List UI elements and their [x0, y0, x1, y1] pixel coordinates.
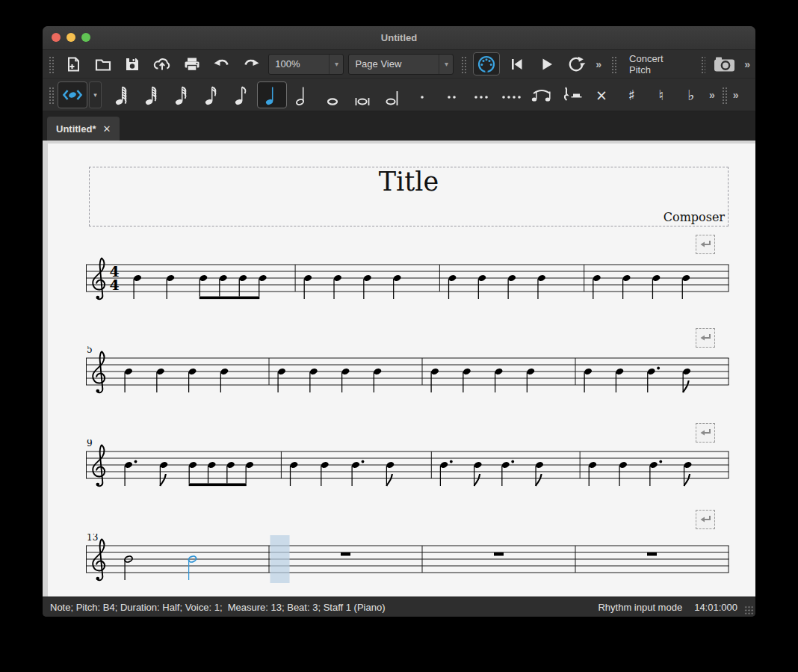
- minimize-window-button[interactable]: [66, 33, 75, 42]
- augmentation-dot-3-icon: [473, 84, 491, 105]
- rest-button[interactable]: [557, 82, 586, 108]
- staff-system-4[interactable]: 13: [86, 534, 730, 586]
- note-64th-button[interactable]: [137, 82, 166, 108]
- augmentation-dot-4-button[interactable]: [498, 82, 526, 108]
- note-32nd-button[interactable]: [167, 82, 196, 108]
- rewind-icon: [508, 55, 526, 73]
- rest-icon: [560, 84, 584, 105]
- play-button[interactable]: [534, 53, 560, 75]
- note-input-toolbar: ▾×♯♮♭»»: [43, 78, 755, 111]
- loop-playback-button[interactable]: [564, 53, 590, 75]
- note-input-dropdown[interactable]: ▾: [89, 81, 102, 108]
- concert-pitch-button[interactable]: Concert Pitch: [623, 53, 693, 75]
- svg-text:5: 5: [87, 346, 93, 355]
- flat-button[interactable]: ♭: [677, 82, 705, 108]
- toolbar-drag-handle[interactable]: [700, 55, 706, 73]
- score-page[interactable]: Title Composer 445913: [48, 144, 755, 597]
- svg-text:9: 9: [87, 440, 93, 448]
- title-frame[interactable]: Title Composer: [89, 167, 729, 226]
- note-16th-button[interactable]: [197, 82, 226, 108]
- double-sharp-button[interactable]: ×: [587, 82, 616, 108]
- score-title-text[interactable]: Title: [90, 167, 728, 197]
- view-mode-select[interactable]: Page View▾: [348, 54, 454, 75]
- note-half-button[interactable]: [288, 82, 317, 108]
- toolbar-overflow-chevron-icon[interactable]: »: [593, 58, 604, 70]
- print-icon: [182, 55, 202, 73]
- rewind-button[interactable]: [504, 53, 530, 75]
- tie-button[interactable]: [528, 82, 556, 108]
- snapshot-camera-button[interactable]: [712, 53, 737, 75]
- system-break-marker[interactable]: [696, 235, 715, 254]
- note-breve-button[interactable]: [348, 82, 377, 108]
- score-composer-text[interactable]: Composer: [664, 210, 725, 224]
- note-breve-icon: [353, 84, 371, 105]
- undo-button[interactable]: [209, 53, 235, 75]
- toolbar-overflow-chevron-icon[interactable]: »: [707, 89, 717, 101]
- close-window-button[interactable]: [52, 33, 61, 42]
- svg-text:13: 13: [87, 534, 98, 543]
- note-longa-icon: [383, 84, 401, 105]
- tab-bar: Untitled* ✕: [43, 111, 755, 141]
- note-64th-icon: [143, 84, 160, 105]
- natural-button[interactable]: ♮: [647, 82, 675, 108]
- note-longa-button[interactable]: [378, 82, 406, 108]
- augmentation-dot-2-button[interactable]: [438, 82, 466, 108]
- tab-untitled[interactable]: Untitled* ✕: [47, 117, 120, 141]
- open-file-button[interactable]: [90, 53, 116, 75]
- tab-label: Untitled*: [56, 123, 96, 135]
- toolbar-drag-handle[interactable]: [610, 55, 616, 73]
- toolbar-drag-handle[interactable]: [48, 86, 54, 104]
- note-input-mode-button[interactable]: [58, 81, 87, 108]
- status-input-mode: Rhythm input mode: [598, 602, 682, 613]
- tie-icon: [529, 84, 554, 105]
- open-file-icon: [94, 55, 112, 73]
- note-quarter-button[interactable]: [257, 81, 287, 108]
- resize-grip[interactable]: [744, 605, 754, 615]
- main-toolbar: 100%▾Page View▾»Concert Pitch»: [43, 50, 755, 78]
- system-break-marker[interactable]: [696, 510, 715, 529]
- print-button[interactable]: [179, 53, 205, 75]
- sharp-button[interactable]: ♯: [617, 82, 646, 108]
- system-break-marker[interactable]: [696, 328, 715, 348]
- new-score-button[interactable]: [61, 53, 86, 75]
- app-window: Untitled 100%▾Page View▾»Concert Pitch» …: [43, 26, 755, 617]
- staff-system-2[interactable]: 5: [86, 346, 730, 398]
- status-note-info: Note; Pitch: B4; Duration: Half; Voice: …: [50, 602, 598, 613]
- midi-input-button[interactable]: [473, 52, 500, 75]
- cloud-upload-button[interactable]: [149, 53, 175, 75]
- note-8th-button[interactable]: [227, 82, 256, 108]
- augmentation-dot-2-icon: [445, 84, 459, 105]
- toolbar-overflow-chevron-icon[interactable]: »: [731, 89, 741, 101]
- staff-system-3[interactable]: 9: [86, 440, 730, 492]
- note-whole-button[interactable]: [318, 82, 347, 108]
- view-mode-select-value: Page View: [349, 58, 439, 70]
- toolbar-overflow-chevron-icon[interactable]: »: [742, 58, 752, 70]
- augmentation-dot-1-button[interactable]: [408, 82, 436, 108]
- tab-close-icon[interactable]: ✕: [102, 123, 111, 135]
- toolbar-drag-handle[interactable]: [721, 86, 727, 104]
- note-128th-button[interactable]: [108, 82, 136, 108]
- augmentation-dot-3-button[interactable]: [468, 82, 496, 108]
- title-bar[interactable]: Untitled: [43, 26, 755, 50]
- save-button[interactable]: [120, 53, 145, 75]
- note-whole-icon: [324, 84, 341, 105]
- chevron-down-icon[interactable]: ▾: [439, 55, 453, 74]
- undo-icon: [212, 56, 232, 73]
- new-score-icon: [64, 55, 82, 73]
- note-half-icon: [294, 84, 311, 105]
- toolbar-drag-handle[interactable]: [48, 55, 54, 73]
- note-16th-icon: [203, 84, 220, 105]
- redo-button[interactable]: [238, 53, 264, 75]
- augmentation-dot-1-icon: [417, 84, 427, 105]
- zoom-window-button[interactable]: [81, 33, 90, 42]
- zoom-select[interactable]: 100%▾: [268, 54, 344, 75]
- staff-system-1[interactable]: 44: [86, 253, 730, 305]
- double-sharp-icon: ×: [596, 87, 607, 103]
- toolbar-drag-handle[interactable]: [460, 55, 466, 73]
- augmentation-dot-4-icon: [501, 84, 523, 105]
- score-canvas[interactable]: Title Composer 445913: [43, 141, 755, 597]
- snapshot-camera-icon: [713, 55, 737, 73]
- sharp-icon: ♯: [628, 87, 634, 103]
- chevron-down-icon[interactable]: ▾: [329, 55, 343, 74]
- save-icon: [123, 55, 141, 73]
